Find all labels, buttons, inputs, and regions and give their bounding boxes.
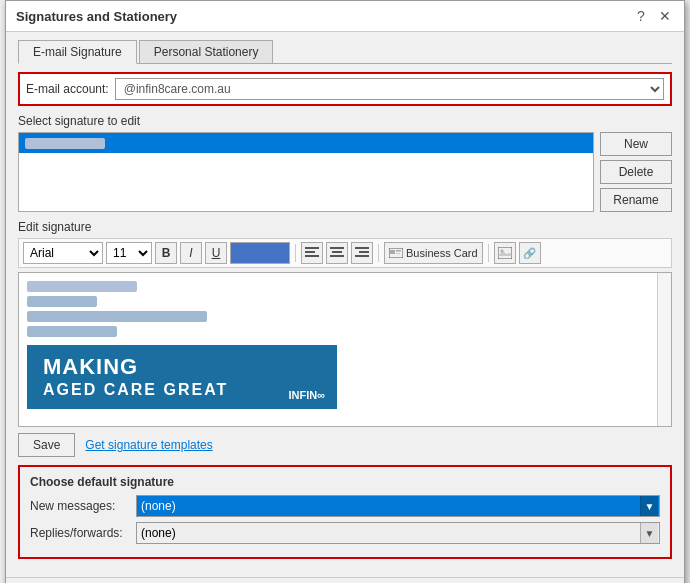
- svg-rect-1: [305, 251, 315, 253]
- select-sig-label: Select signature to edit: [18, 114, 672, 128]
- signature-list-container: New Delete Rename: [18, 132, 672, 212]
- new-messages-row: New messages: (none) ▼: [30, 495, 660, 517]
- align-right-button[interactable]: [351, 242, 373, 264]
- font-name-select[interactable]: Arial: [23, 242, 103, 264]
- close-button[interactable]: ✕: [656, 7, 674, 25]
- font-size-select[interactable]: 11: [106, 242, 152, 264]
- color-picker[interactable]: [230, 242, 290, 264]
- insert-picture-button[interactable]: [494, 242, 516, 264]
- svg-rect-15: [396, 253, 400, 254]
- formatting-toolbar: Arial 11 B I U Business Card: [18, 238, 672, 268]
- replies-select-wrapper: (none) ▼: [136, 522, 660, 544]
- tab-email-signature[interactable]: E-mail Signature: [18, 40, 137, 64]
- new-messages-select[interactable]: (none): [136, 495, 660, 517]
- sig-line-3: [27, 311, 649, 322]
- signature-edit-area[interactable]: MAKING AGED CARE GREAT INFIN∞: [18, 272, 672, 427]
- list-item[interactable]: [19, 133, 593, 153]
- email-account-label: E-mail account:: [26, 82, 109, 96]
- rename-button[interactable]: Rename: [600, 188, 672, 212]
- sig-line-4: [27, 326, 649, 337]
- insert-hyperlink-button[interactable]: 🔗: [519, 242, 541, 264]
- svg-rect-10: [355, 255, 369, 257]
- email-account-row: E-mail account: @infin8care.com.au: [18, 72, 672, 106]
- signature-list[interactable]: [18, 132, 594, 212]
- svg-rect-6: [330, 255, 344, 257]
- svg-rect-4: [330, 247, 344, 249]
- replies-label: Replies/forwards:: [30, 526, 130, 540]
- svg-rect-5: [332, 251, 342, 253]
- svg-rect-9: [359, 251, 369, 253]
- replies-select[interactable]: (none): [136, 522, 660, 544]
- sig-edit-scrollbar[interactable]: [657, 273, 671, 426]
- sig-line-1: [27, 281, 649, 292]
- align-center-button[interactable]: [326, 242, 348, 264]
- bold-button[interactable]: B: [155, 242, 177, 264]
- signatures-stationery-dialog: Signatures and Stationery ? ✕ E-mail Sig…: [5, 0, 685, 583]
- new-messages-select-wrapper: (none) ▼: [136, 495, 660, 517]
- tab-bar: E-mail Signature Personal Stationery: [18, 40, 672, 64]
- bottom-action-row: Save Get signature templates: [18, 433, 672, 457]
- save-button[interactable]: Save: [18, 433, 75, 457]
- title-bar-controls: ? ✕: [632, 7, 674, 25]
- svg-rect-8: [355, 247, 369, 249]
- tab-personal-stationery[interactable]: Personal Stationery: [139, 40, 274, 63]
- dialog-title: Signatures and Stationery: [16, 9, 177, 24]
- signature-content[interactable]: MAKING AGED CARE GREAT INFIN∞: [19, 273, 657, 426]
- banner-logo: INFIN∞: [288, 389, 325, 401]
- italic-button[interactable]: I: [180, 242, 202, 264]
- new-button[interactable]: New: [600, 132, 672, 156]
- svg-rect-2: [305, 255, 319, 257]
- blurred-phone: [27, 326, 117, 337]
- separator-2: [378, 244, 379, 262]
- blurred-name: [27, 281, 137, 292]
- business-card-label: Business Card: [406, 247, 478, 259]
- svg-rect-13: [390, 250, 395, 254]
- email-account-select[interactable]: @infin8care.com.au: [115, 78, 664, 100]
- banner-title-line1: MAKING: [43, 355, 138, 379]
- separator-3: [488, 244, 489, 262]
- svg-rect-16: [498, 247, 512, 259]
- svg-rect-0: [305, 247, 319, 249]
- sig-line-2: [27, 296, 649, 307]
- svg-text:🔗: 🔗: [523, 247, 537, 259]
- banner-title-line2: AGED CARE GREAT: [43, 381, 228, 399]
- dialog-body: E-mail Signature Personal Stationery E-m…: [6, 32, 684, 577]
- blurred-email: [27, 311, 207, 322]
- align-left-button[interactable]: [301, 242, 323, 264]
- underline-button[interactable]: U: [205, 242, 227, 264]
- choose-default-section: Choose default signature New messages: (…: [18, 465, 672, 559]
- replies-row: Replies/forwards: (none) ▼: [30, 522, 660, 544]
- signature-buttons: New Delete Rename: [600, 132, 672, 212]
- signature-banner: MAKING AGED CARE GREAT INFIN∞: [27, 345, 337, 409]
- svg-rect-14: [396, 250, 401, 252]
- choose-default-title: Choose default signature: [30, 475, 660, 489]
- new-messages-label: New messages:: [30, 499, 130, 513]
- sig-name-blurred: [25, 138, 105, 149]
- delete-button[interactable]: Delete: [600, 160, 672, 184]
- dialog-footer: OK Cancel: [6, 577, 684, 583]
- get-templates-link[interactable]: Get signature templates: [85, 438, 212, 452]
- blurred-title: [27, 296, 97, 307]
- separator-1: [295, 244, 296, 262]
- help-button[interactable]: ?: [632, 7, 650, 25]
- edit-sig-label: Edit signature: [18, 220, 672, 234]
- business-card-button[interactable]: Business Card: [384, 242, 483, 264]
- title-bar: Signatures and Stationery ? ✕: [6, 1, 684, 32]
